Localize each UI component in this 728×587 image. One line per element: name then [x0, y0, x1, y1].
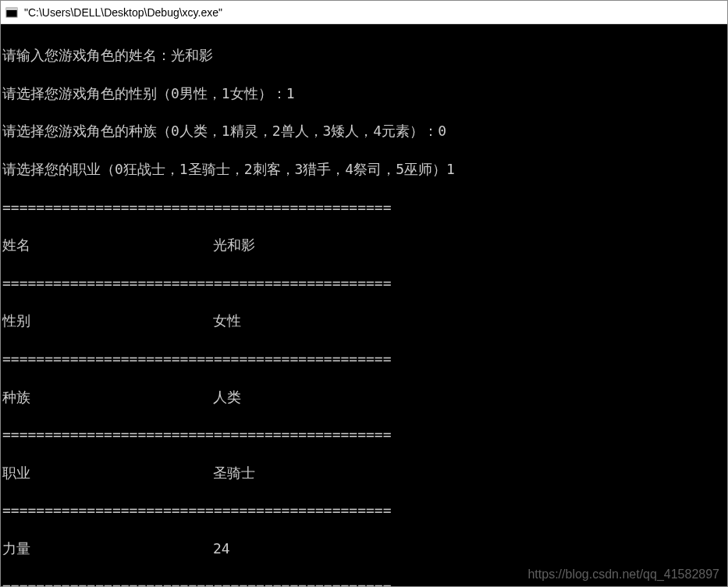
separator: ========================================…: [2, 274, 726, 293]
separator: ========================================…: [2, 425, 726, 444]
stat-label: 力量: [2, 539, 213, 558]
stat-label: 种族: [2, 388, 213, 407]
stat-value: 女性: [213, 311, 241, 330]
stat-label: 姓名: [2, 236, 213, 254]
prompt-race: 请选择您游戏角色的种族（0人类，1精灵，2兽人，3矮人，4元素）：0: [2, 122, 726, 141]
console-window: "C:\Users\DELL\Desktop\Debug\xcy.exe" 请输…: [0, 0, 728, 587]
watermark: https://blog.csdn.net/qq_41582897: [527, 566, 719, 583]
separator: ========================================…: [2, 501, 726, 520]
prompt-gender: 请选择您游戏角色的性别（0男性，1女性）：1: [2, 84, 726, 103]
stat-value: 24: [213, 539, 230, 558]
stat-value: 圣骑士: [213, 464, 255, 482]
stat-value: 人类: [213, 388, 241, 407]
stat-label: 职业: [2, 464, 213, 482]
prompt-occupation: 请选择您的职业（0狂战士，1圣骑士，2刺客，3猎手，4祭司，5巫师）1: [2, 160, 726, 179]
titlebar[interactable]: "C:\Users\DELL\Desktop\Debug\xcy.exe": [1, 1, 727, 24]
stat-row: 种族人类: [2, 388, 726, 407]
separator: ========================================…: [2, 350, 726, 368]
app-icon: [5, 6, 18, 19]
separator: ========================================…: [2, 198, 726, 217]
prompt-name: 请输入您游戏角色的姓名：光和影: [2, 46, 726, 65]
window-title: "C:\Users\DELL\Desktop\Debug\xcy.exe": [24, 6, 222, 19]
stat-value: 光和影: [213, 236, 255, 254]
stat-row: 职业圣骑士: [2, 464, 726, 482]
stat-row: 力量24: [2, 539, 726, 558]
stat-row: 性别女性: [2, 311, 726, 330]
console-body[interactable]: 请输入您游戏角色的姓名：光和影 请选择您游戏角色的性别（0男性，1女性）：1 请…: [1, 24, 727, 586]
stat-label: 性别: [2, 311, 213, 330]
stat-row: 姓名光和影: [2, 236, 726, 254]
svg-rect-1: [6, 8, 17, 10]
